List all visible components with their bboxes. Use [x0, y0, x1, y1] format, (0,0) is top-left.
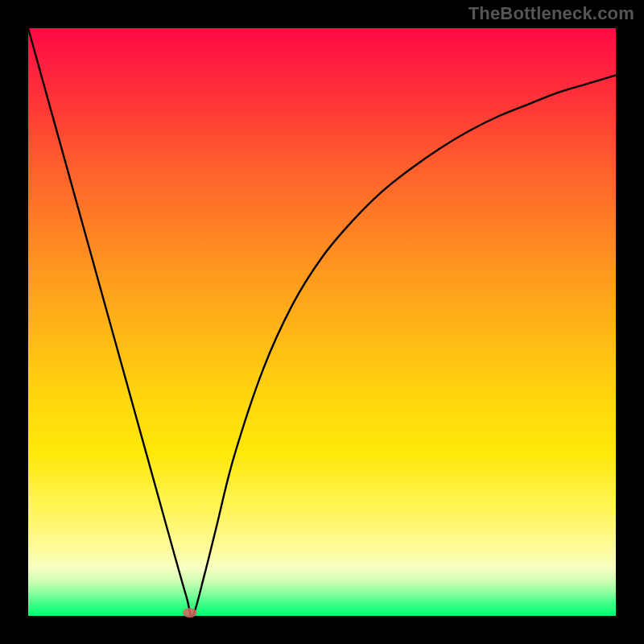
attribution-text: TheBottleneck.com [469, 3, 634, 24]
plot-area [28, 28, 616, 616]
markers-group [183, 608, 197, 617]
bottleneck-curve [28, 28, 616, 617]
current-config-marker [183, 608, 197, 617]
chart-svg [28, 28, 616, 616]
chart-frame: TheBottleneck.com [0, 0, 644, 644]
